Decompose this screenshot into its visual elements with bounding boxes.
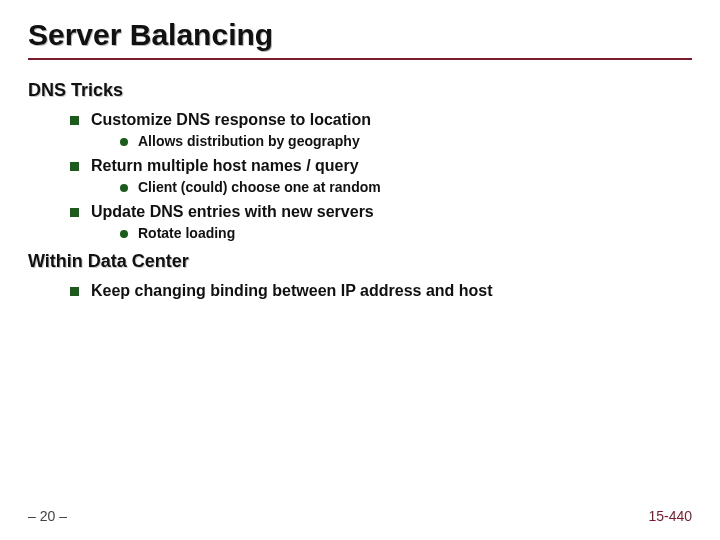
circle-bullet-icon [120, 138, 128, 146]
sub-list-item-text: Client (could) choose one at random [138, 179, 381, 195]
list-item: Customize DNS response to location [70, 111, 692, 129]
sub-list-item: Allows distribution by geography [120, 133, 692, 149]
square-bullet-icon [70, 162, 79, 171]
list-item-text: Keep changing binding between IP address… [91, 282, 493, 300]
list-item: Return multiple host names / query [70, 157, 692, 175]
list-item-text: Return multiple host names / query [91, 157, 359, 175]
circle-bullet-icon [120, 184, 128, 192]
sub-list-item-text: Allows distribution by geography [138, 133, 360, 149]
course-number: 15-440 [648, 508, 692, 524]
slide-footer: – 20 – 15-440 [28, 508, 692, 524]
square-bullet-icon [70, 116, 79, 125]
page-number: – 20 – [28, 508, 67, 524]
section-heading: Within Data Center [28, 251, 692, 272]
sub-list-item: Client (could) choose one at random [120, 179, 692, 195]
section-heading: DNS Tricks [28, 80, 692, 101]
list-item: Update DNS entries with new servers [70, 203, 692, 221]
list-item: Keep changing binding between IP address… [70, 282, 692, 300]
square-bullet-icon [70, 287, 79, 296]
slide-title: Server Balancing [28, 18, 692, 52]
sub-list-item-text: Rotate loading [138, 225, 235, 241]
title-rule [28, 58, 692, 60]
list-item-text: Update DNS entries with new servers [91, 203, 374, 221]
circle-bullet-icon [120, 230, 128, 238]
list-item-text: Customize DNS response to location [91, 111, 371, 129]
sub-list-item: Rotate loading [120, 225, 692, 241]
square-bullet-icon [70, 208, 79, 217]
